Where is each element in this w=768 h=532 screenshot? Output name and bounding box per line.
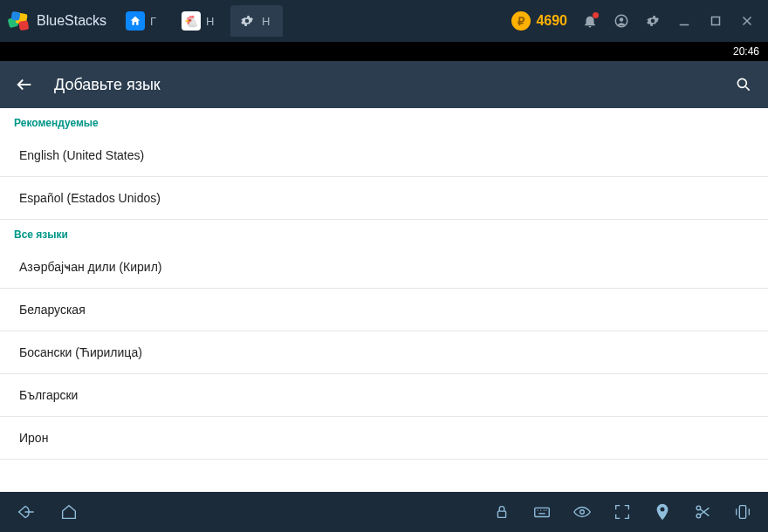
android-status-bar: 20:46 <box>0 42 768 61</box>
home-icon <box>126 11 145 31</box>
bluestacks-logo: BlueStacks <box>7 9 106 33</box>
minimize-icon <box>676 13 692 29</box>
bluestacks-logo-icon <box>7 9 31 33</box>
settings-button[interactable] <box>639 7 667 35</box>
svg-point-20 <box>580 510 585 515</box>
shake-button[interactable] <box>730 499 756 525</box>
language-item[interactable]: English (United States) <box>0 134 768 177</box>
svg-rect-7 <box>712 17 720 25</box>
keyboard-button[interactable] <box>529 499 555 525</box>
svg-rect-2 <box>18 20 29 31</box>
svg-point-5 <box>620 17 624 22</box>
home-outline-icon <box>59 502 79 522</box>
tab-settings[interactable]: Н <box>230 5 283 37</box>
visibility-button[interactable] <box>569 499 595 525</box>
language-item[interactable]: Беларуская <box>0 289 768 331</box>
gear-icon <box>237 11 257 31</box>
bell-icon <box>582 13 598 29</box>
page-title: Добавьте язык <box>54 76 714 94</box>
triangle-back-icon <box>16 502 35 522</box>
svg-point-21 <box>696 506 701 510</box>
keyboard-icon <box>532 502 552 522</box>
location-icon <box>653 502 672 522</box>
svg-rect-3 <box>11 11 21 21</box>
app-header: Добавьте язык <box>0 61 768 108</box>
close-icon <box>739 13 755 29</box>
coins-display[interactable]: ₽ 4690 <box>511 11 567 31</box>
back-button[interactable] <box>12 72 37 97</box>
svg-point-11 <box>737 78 746 87</box>
screenshot-button[interactable] <box>689 499 716 525</box>
language-item[interactable]: Español (Estados Unidos) <box>0 177 768 220</box>
phone-shake-icon <box>733 502 752 522</box>
svg-rect-13 <box>497 511 505 517</box>
coins-value: 4690 <box>536 13 567 29</box>
search-button[interactable] <box>731 72 756 97</box>
svg-point-22 <box>696 514 701 518</box>
tab-home-label: Г <box>150 15 156 28</box>
arrow-left-icon <box>15 75 34 94</box>
svg-rect-25 <box>739 506 745 519</box>
location-button[interactable] <box>649 499 675 525</box>
tab-game-label: Н <box>206 15 214 28</box>
section-recommended-header: Рекомендуемые <box>0 108 768 134</box>
nav-home-button[interactable] <box>56 499 82 525</box>
language-item[interactable]: Босански (Ћирилица) <box>0 331 768 374</box>
rotation-lock-button[interactable] <box>489 499 515 525</box>
maximize-icon <box>708 13 723 29</box>
android-nav-bar <box>0 492 768 532</box>
language-item[interactable]: Азәрбајҹан дили (Кирил) <box>0 246 768 289</box>
maximize-button[interactable] <box>702 7 730 35</box>
svg-rect-14 <box>535 508 550 516</box>
clock: 20:46 <box>733 45 759 58</box>
svg-line-12 <box>746 87 750 91</box>
fullscreen-icon <box>613 502 632 522</box>
nav-back-button[interactable] <box>12 499 38 525</box>
tab-home[interactable]: Г <box>119 5 171 37</box>
language-item[interactable]: Ирон <box>0 417 768 460</box>
close-button[interactable] <box>733 7 761 35</box>
eye-icon <box>573 502 592 522</box>
language-item[interactable]: Български <box>0 374 768 417</box>
language-list: Рекомендуемые English (United States) Es… <box>0 108 768 492</box>
tab-game[interactable]: 🐔 Н <box>175 5 227 37</box>
coin-icon: ₽ <box>511 11 531 31</box>
gear-icon <box>645 13 661 29</box>
scissors-icon <box>693 502 712 522</box>
svg-line-23 <box>700 509 709 516</box>
search-icon <box>735 76 752 93</box>
titlebar: BlueStacks Г 🐔 Н Н ₽ 4690 <box>0 0 768 42</box>
fullscreen-button[interactable] <box>609 499 635 525</box>
game-chicken-icon: 🐔 <box>182 11 201 31</box>
account-button[interactable] <box>607 7 635 35</box>
lock-icon <box>492 502 511 522</box>
minimize-button[interactable] <box>670 7 698 35</box>
notifications-button[interactable] <box>576 7 604 35</box>
svg-line-24 <box>700 508 709 515</box>
section-all-header: Все языки <box>0 220 768 246</box>
tab-settings-label: Н <box>262 15 270 28</box>
account-icon <box>614 13 629 29</box>
bluestacks-logo-text: BlueStacks <box>37 13 106 29</box>
